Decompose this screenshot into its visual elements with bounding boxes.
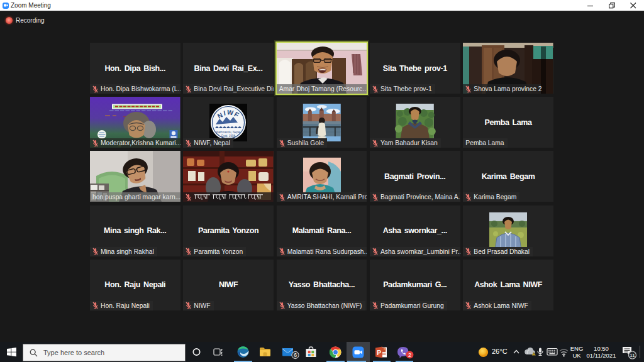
svg-text:11: 11 (630, 353, 635, 358)
svg-text:Kathmandu, Nepal: Kathmandu, Nepal (216, 131, 240, 134)
svg-text:2: 2 (408, 352, 411, 358)
svg-text:P: P (377, 349, 381, 356)
svg-text:6: 6 (294, 352, 297, 358)
svg-text:Estd. 1998: Estd. 1998 (221, 134, 235, 138)
